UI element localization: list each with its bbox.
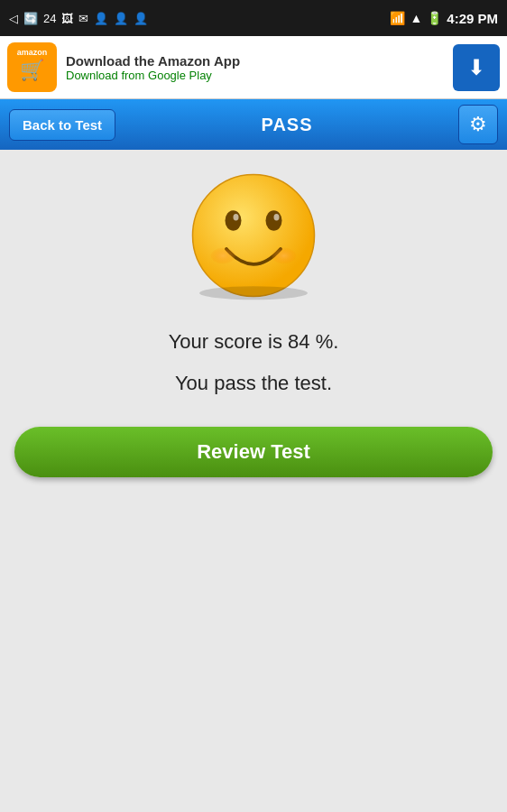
email-icon: ✉ xyxy=(78,12,88,25)
ad-title: Download the Amazon App xyxy=(66,53,444,69)
user-icon2: 👤 xyxy=(114,12,128,25)
smiley-image xyxy=(186,168,321,303)
notif-count: 24 xyxy=(43,12,56,25)
back-icon: ◁ xyxy=(9,12,18,25)
status-left: ◁ 🔄 24 🖼 ✉ 👤 👤 👤 xyxy=(9,12,148,25)
gear-icon: ⚙ xyxy=(469,113,487,136)
svg-point-0 xyxy=(193,175,315,297)
cart-icon: 🛒 xyxy=(20,59,44,82)
score-text: Your score is 84 %. xyxy=(169,330,339,354)
download-arrow-icon: ⬇ xyxy=(467,55,485,80)
status-right: 📶 ▲ 🔋 4:29 PM xyxy=(390,11,498,26)
svg-point-4 xyxy=(266,210,282,231)
user-icon1: 👤 xyxy=(94,12,108,25)
status-time: 4:29 PM xyxy=(447,11,498,26)
svg-point-6 xyxy=(211,248,235,264)
battery-icon: 🔋 xyxy=(427,11,442,25)
nav-title: PASS xyxy=(262,115,313,135)
pass-text: You pass the test. xyxy=(175,372,332,395)
status-bar: ◁ 🔄 24 🖼 ✉ 👤 👤 👤 📶 ▲ 🔋 4:29 PM xyxy=(0,0,507,36)
main-content: Your score is 84 %. You pass the test. R… xyxy=(0,150,507,477)
svg-point-7 xyxy=(272,248,296,264)
amazon-logo: 🛒 xyxy=(7,42,57,92)
ad-download-button[interactable]: ⬇ xyxy=(453,44,500,91)
svg-point-1 xyxy=(199,286,308,300)
ad-banner: 🛒 Download the Amazon App Download from … xyxy=(0,36,507,99)
back-to-test-button[interactable]: Back to Test xyxy=(9,109,115,141)
user-icon3: 👤 xyxy=(134,12,148,25)
ad-text: Download the Amazon App Download from Go… xyxy=(66,53,444,82)
signal-icon: ▲ xyxy=(410,11,422,25)
nav-bar: Back to Test PASS ⚙ xyxy=(0,99,507,150)
wifi-icon: 📶 xyxy=(390,11,405,25)
ad-subtitle: Download from Google Play xyxy=(66,69,444,82)
review-test-button[interactable]: Review Test xyxy=(14,427,493,477)
image-icon: 🖼 xyxy=(61,12,73,25)
svg-point-5 xyxy=(274,214,280,221)
sync-icon: 🔄 xyxy=(23,12,38,25)
svg-point-3 xyxy=(234,214,239,221)
svg-point-2 xyxy=(226,210,242,231)
settings-button[interactable]: ⚙ xyxy=(458,105,498,144)
